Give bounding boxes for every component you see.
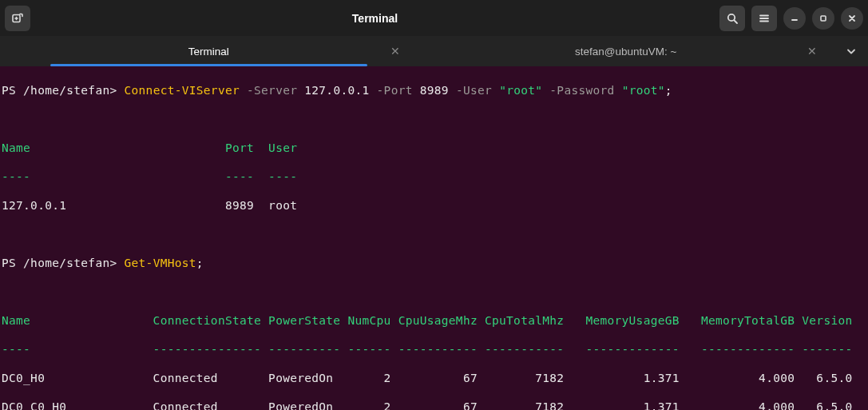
cmd2-command: Get-VMHost [125, 257, 196, 269]
prompt-path: /home/stefan [23, 84, 109, 97]
table-row: DC0_H0 Connected PoweredOn 2 67 7182 1.3… [2, 371, 866, 385]
out2-dashes: ---- --------------- ---------- ------ -… [2, 342, 866, 356]
cmd1-semi: ; [665, 84, 672, 97]
cmd1-pass-flag: -Password [542, 84, 621, 97]
out2-header: Name ConnectionState PowerState NumCpu C… [2, 313, 866, 328]
prompt-ps: PS [2, 84, 23, 97]
prompt-ps: PS [2, 257, 23, 269]
maximize-button[interactable] [812, 7, 834, 30]
tab-label: Terminal [188, 46, 229, 58]
tab-terminal[interactable]: Terminal ✕ [0, 36, 418, 66]
tab-close-icon[interactable]: ✕ [390, 45, 400, 58]
window-title: Terminal [35, 12, 715, 25]
hamburger-icon [758, 12, 771, 25]
new-tab-button[interactable] [5, 6, 30, 31]
tab-close-icon[interactable]: ✕ [807, 45, 817, 58]
out1-dashes: ---- ---- ---- [2, 169, 866, 184]
tab-label: stefan@ubuntuVM: ~ [575, 46, 676, 58]
cmd2-semi: ; [196, 257, 204, 269]
titlebar-right-group [719, 6, 863, 31]
close-button[interactable] [841, 7, 863, 30]
prompt-path: /home/stefan [23, 257, 109, 269]
cmd1-port-flag: -Port [370, 84, 420, 97]
terminal-viewport[interactable]: PS /home/stefan> Connect-VIServer -Serve… [0, 66, 868, 410]
cmd1-server-value: 127.0.0.1 [304, 84, 369, 97]
search-icon [726, 12, 739, 25]
tabstrip: Terminal ✕ stefan@ubuntuVM: ~ ✕ [0, 36, 868, 66]
chevron-down-icon [846, 46, 857, 57]
prompt-gt: > [109, 84, 124, 97]
maximize-icon [818, 13, 829, 24]
cmd1-command: Connect-VIServer [125, 84, 240, 97]
new-tab-icon [11, 12, 24, 25]
window-titlebar: Terminal [0, 0, 868, 36]
prompt-gt: > [109, 257, 124, 269]
cmd1-port-value: 8989 [420, 84, 449, 97]
cmd1-user-value: "root" [499, 84, 542, 97]
minimize-button[interactable] [783, 7, 806, 30]
cmd1-pass-value: "root" [622, 84, 665, 97]
cmd1-server-flag: -Server [240, 84, 304, 97]
table-row: DC0_C0_H0 Connected PoweredOn 2 67 7182 … [2, 400, 866, 410]
minimize-icon [789, 13, 800, 24]
close-icon [846, 13, 858, 24]
menu-button[interactable] [751, 6, 777, 31]
out1-header: Name Port User [2, 141, 866, 155]
tab-ssh[interactable]: stefan@ubuntuVM: ~ ✕ [418, 36, 835, 66]
cmd1-user-flag: -User [449, 84, 499, 97]
out1-row: 127.0.0.1 8989 root [2, 198, 866, 213]
svg-rect-2 [821, 16, 826, 21]
search-button[interactable] [719, 6, 745, 31]
tabs-dropdown-button[interactable] [834, 36, 868, 66]
